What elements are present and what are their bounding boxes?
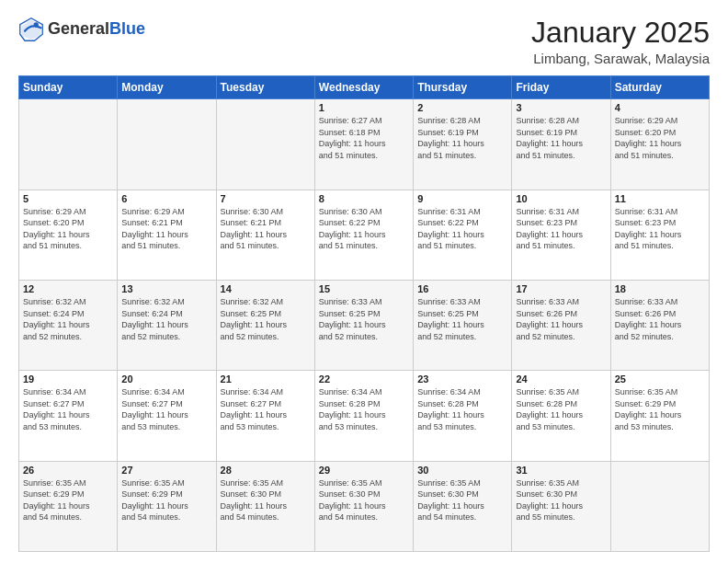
day-number: 21 xyxy=(221,373,311,385)
calendar-cell: 25Sunrise: 6:35 AM Sunset: 6:29 PM Dayli… xyxy=(610,371,709,461)
day-number: 7 xyxy=(221,193,311,204)
calendar-cell: 12Sunrise: 6:32 AM Sunset: 6:24 PM Dayli… xyxy=(19,280,118,370)
calendar-cell: 8Sunrise: 6:30 AM Sunset: 6:22 PM Daylig… xyxy=(314,190,413,280)
calendar-cell: 16Sunrise: 6:33 AM Sunset: 6:25 PM Dayli… xyxy=(414,280,512,370)
calendar-cell: 30Sunrise: 6:35 AM Sunset: 6:30 PM Dayli… xyxy=(414,461,512,551)
calendar-cell: 24Sunrise: 6:35 AM Sunset: 6:28 PM Dayli… xyxy=(512,371,610,461)
calendar-cell: 3Sunrise: 6:28 AM Sunset: 6:19 PM Daylig… xyxy=(512,99,610,190)
weekday-header-sunday: Sunday xyxy=(19,76,118,99)
day-info: Sunrise: 6:30 AM Sunset: 6:21 PM Dayligh… xyxy=(221,206,311,252)
day-number: 9 xyxy=(417,193,507,204)
day-number: 19 xyxy=(23,373,113,385)
calendar-cell xyxy=(19,99,118,190)
day-number: 24 xyxy=(516,373,606,385)
day-info: Sunrise: 6:34 AM Sunset: 6:27 PM Dayligh… xyxy=(221,386,311,432)
day-info: Sunrise: 6:35 AM Sunset: 6:30 PM Dayligh… xyxy=(319,477,409,523)
logo: GeneralBlue xyxy=(18,17,145,42)
calendar-cell: 13Sunrise: 6:32 AM Sunset: 6:24 PM Dayli… xyxy=(118,280,216,370)
day-info: Sunrise: 6:35 AM Sunset: 6:29 PM Dayligh… xyxy=(121,477,211,523)
day-number: 4 xyxy=(615,102,705,113)
day-info: Sunrise: 6:32 AM Sunset: 6:25 PM Dayligh… xyxy=(221,296,311,342)
calendar-cell: 20Sunrise: 6:34 AM Sunset: 6:27 PM Dayli… xyxy=(118,371,216,461)
calendar-cell: 22Sunrise: 6:34 AM Sunset: 6:28 PM Dayli… xyxy=(314,371,413,461)
calendar-cell: 31Sunrise: 6:35 AM Sunset: 6:30 PM Dayli… xyxy=(512,461,610,551)
header: GeneralBlue January 2025 Limbang, Sarawa… xyxy=(18,17,710,66)
day-info: Sunrise: 6:34 AM Sunset: 6:28 PM Dayligh… xyxy=(417,386,507,432)
day-info: Sunrise: 6:32 AM Sunset: 6:24 PM Dayligh… xyxy=(121,296,211,342)
day-number: 22 xyxy=(319,373,409,385)
month-title: January 2025 xyxy=(531,17,710,49)
calendar-cell: 5Sunrise: 6:29 AM Sunset: 6:20 PM Daylig… xyxy=(19,190,118,280)
page: GeneralBlue January 2025 Limbang, Sarawa… xyxy=(0,0,728,563)
day-number: 17 xyxy=(516,283,606,294)
day-info: Sunrise: 6:35 AM Sunset: 6:29 PM Dayligh… xyxy=(23,477,113,523)
weekday-header-row: SundayMondayTuesdayWednesdayThursdayFrid… xyxy=(19,76,710,99)
day-number: 10 xyxy=(516,193,606,204)
calendar-cell: 14Sunrise: 6:32 AM Sunset: 6:25 PM Dayli… xyxy=(216,280,314,370)
day-number: 29 xyxy=(319,465,409,476)
week-row-4: 19Sunrise: 6:34 AM Sunset: 6:27 PM Dayli… xyxy=(19,371,710,461)
day-info: Sunrise: 6:31 AM Sunset: 6:22 PM Dayligh… xyxy=(417,206,507,252)
calendar-cell: 6Sunrise: 6:29 AM Sunset: 6:21 PM Daylig… xyxy=(118,190,216,280)
calendar-cell: 2Sunrise: 6:28 AM Sunset: 6:19 PM Daylig… xyxy=(414,99,512,190)
calendar-cell: 15Sunrise: 6:33 AM Sunset: 6:25 PM Dayli… xyxy=(314,280,413,370)
weekday-header-tuesday: Tuesday xyxy=(216,76,314,99)
day-info: Sunrise: 6:33 AM Sunset: 6:26 PM Dayligh… xyxy=(516,296,606,342)
day-info: Sunrise: 6:33 AM Sunset: 6:25 PM Dayligh… xyxy=(319,296,409,342)
day-info: Sunrise: 6:32 AM Sunset: 6:24 PM Dayligh… xyxy=(23,296,113,342)
logo-blue: Blue xyxy=(109,19,145,38)
calendar-cell: 23Sunrise: 6:34 AM Sunset: 6:28 PM Dayli… xyxy=(414,371,512,461)
calendar-cell xyxy=(216,99,314,190)
day-info: Sunrise: 6:35 AM Sunset: 6:29 PM Dayligh… xyxy=(615,386,705,432)
week-row-2: 5Sunrise: 6:29 AM Sunset: 6:20 PM Daylig… xyxy=(19,190,710,280)
calendar-cell: 11Sunrise: 6:31 AM Sunset: 6:23 PM Dayli… xyxy=(610,190,709,280)
day-info: Sunrise: 6:30 AM Sunset: 6:22 PM Dayligh… xyxy=(319,206,409,252)
day-number: 6 xyxy=(121,193,211,204)
day-info: Sunrise: 6:34 AM Sunset: 6:27 PM Dayligh… xyxy=(121,386,211,432)
calendar-cell: 18Sunrise: 6:33 AM Sunset: 6:26 PM Dayli… xyxy=(610,280,709,370)
day-number: 20 xyxy=(121,373,211,385)
calendar-cell: 17Sunrise: 6:33 AM Sunset: 6:26 PM Dayli… xyxy=(512,280,610,370)
day-info: Sunrise: 6:29 AM Sunset: 6:20 PM Dayligh… xyxy=(23,206,113,252)
day-info: Sunrise: 6:31 AM Sunset: 6:23 PM Dayligh… xyxy=(516,206,606,252)
calendar-cell: 9Sunrise: 6:31 AM Sunset: 6:22 PM Daylig… xyxy=(414,190,512,280)
calendar-cell: 7Sunrise: 6:30 AM Sunset: 6:21 PM Daylig… xyxy=(216,190,314,280)
day-number: 18 xyxy=(615,283,705,294)
day-number: 15 xyxy=(319,283,409,294)
day-number: 27 xyxy=(121,465,211,476)
calendar-cell xyxy=(610,461,709,551)
weekday-header-monday: Monday xyxy=(118,76,216,99)
day-number: 3 xyxy=(516,102,606,113)
svg-point-2 xyxy=(34,22,39,27)
day-info: Sunrise: 6:31 AM Sunset: 6:23 PM Dayligh… xyxy=(615,206,705,252)
calendar-cell: 21Sunrise: 6:34 AM Sunset: 6:27 PM Dayli… xyxy=(216,371,314,461)
day-info: Sunrise: 6:33 AM Sunset: 6:25 PM Dayligh… xyxy=(417,296,507,342)
location-title: Limbang, Sarawak, Malaysia xyxy=(531,51,710,66)
week-row-3: 12Sunrise: 6:32 AM Sunset: 6:24 PM Dayli… xyxy=(19,280,710,370)
day-number: 28 xyxy=(221,465,311,476)
weekday-header-thursday: Thursday xyxy=(414,76,512,99)
calendar-cell xyxy=(118,99,216,190)
day-info: Sunrise: 6:35 AM Sunset: 6:30 PM Dayligh… xyxy=(417,477,507,523)
day-info: Sunrise: 6:34 AM Sunset: 6:28 PM Dayligh… xyxy=(319,386,409,432)
weekday-header-saturday: Saturday xyxy=(610,76,709,99)
day-number: 12 xyxy=(23,283,113,294)
day-number: 23 xyxy=(417,373,507,385)
day-info: Sunrise: 6:28 AM Sunset: 6:19 PM Dayligh… xyxy=(516,115,606,161)
calendar-cell: 28Sunrise: 6:35 AM Sunset: 6:30 PM Dayli… xyxy=(216,461,314,551)
week-row-1: 1Sunrise: 6:27 AM Sunset: 6:18 PM Daylig… xyxy=(19,99,710,190)
calendar-table: SundayMondayTuesdayWednesdayThursdayFrid… xyxy=(18,75,710,552)
day-number: 8 xyxy=(319,193,409,204)
day-info: Sunrise: 6:29 AM Sunset: 6:21 PM Dayligh… xyxy=(121,206,211,252)
day-info: Sunrise: 6:34 AM Sunset: 6:27 PM Dayligh… xyxy=(23,386,113,432)
day-number: 2 xyxy=(417,102,507,113)
day-number: 13 xyxy=(121,283,211,294)
calendar-cell: 10Sunrise: 6:31 AM Sunset: 6:23 PM Dayli… xyxy=(512,190,610,280)
weekday-header-wednesday: Wednesday xyxy=(314,76,413,99)
day-number: 11 xyxy=(615,193,705,204)
day-number: 30 xyxy=(417,465,507,476)
day-number: 1 xyxy=(319,102,409,113)
calendar-cell: 27Sunrise: 6:35 AM Sunset: 6:29 PM Dayli… xyxy=(118,461,216,551)
calendar-cell: 1Sunrise: 6:27 AM Sunset: 6:18 PM Daylig… xyxy=(314,99,413,190)
week-row-5: 26Sunrise: 6:35 AM Sunset: 6:29 PM Dayli… xyxy=(19,461,710,551)
